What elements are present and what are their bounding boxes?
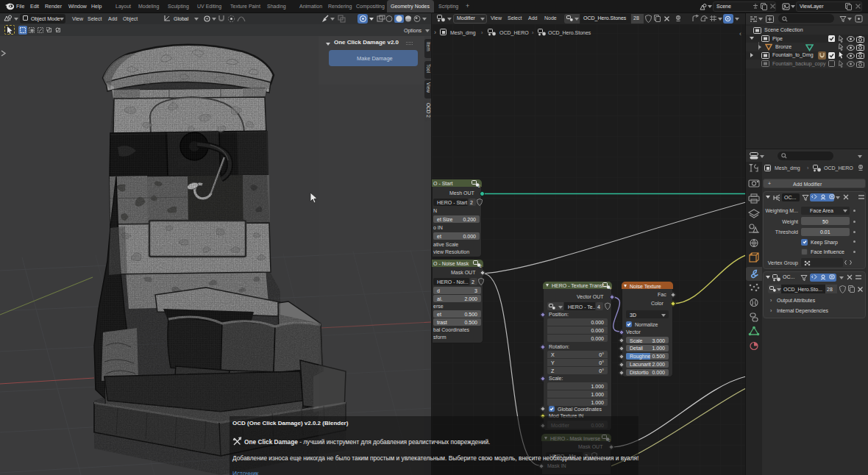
svg-text:2: 2	[480, 264, 482, 268]
svg-text:2: 2	[478, 184, 480, 188]
svg-text:4: 4	[609, 286, 611, 290]
